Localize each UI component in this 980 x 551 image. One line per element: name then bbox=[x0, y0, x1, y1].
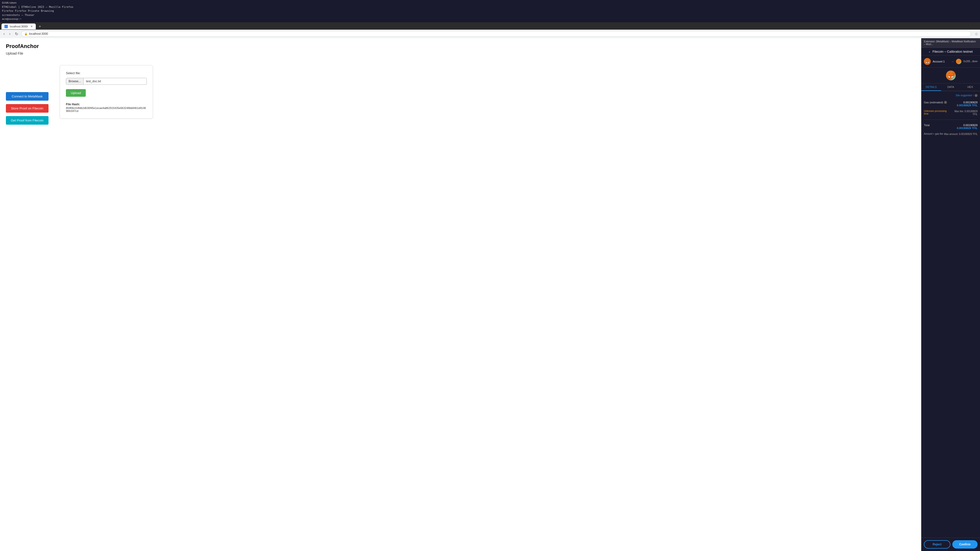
address-bar[interactable]: 🔒 localhost:3000 bbox=[21, 31, 971, 37]
total-value-main: 0.00190829 bbox=[957, 124, 978, 127]
tab-title: localhost:3000/ bbox=[10, 25, 28, 28]
divider bbox=[924, 119, 978, 120]
metamask-account-row: 🦊 Account 1 → 0x289...dbee bbox=[921, 56, 980, 68]
browser-tab[interactable]: localhost:3000/ ✕ bbox=[2, 24, 36, 29]
file-input-row: Browse... test_doc.txt bbox=[66, 78, 147, 85]
metamask-header-bar: Extension: (MetaMask) – MetaMask Notific… bbox=[921, 38, 980, 48]
max-amount-label: Max amount: bbox=[944, 133, 958, 135]
max-amount-values: Max amount: 0.00190829 TFIL bbox=[944, 132, 978, 135]
network-name: Filecoin – Calibration testnet bbox=[932, 50, 973, 53]
metamask-arrow-icon: → bbox=[951, 60, 954, 63]
web-content: ProofAnchor Upload File Select file: Bro… bbox=[0, 38, 921, 551]
processing-row: Unknown processing time Max fee: 0.00190… bbox=[924, 110, 978, 116]
file-hash-section: File Hash: 859f0b154fdb2d630f45e1ecae4a8… bbox=[66, 103, 147, 113]
terminal-line-3: Firefox Firefox Private Browsing bbox=[2, 9, 978, 13]
get-proof-button[interactable]: Get Proof from Filecoin bbox=[6, 116, 49, 125]
metamask-fox-large: 🦊 bbox=[946, 70, 956, 80]
max-fee-value: 0.00190829 TFIL bbox=[964, 110, 978, 116]
max-fee-label: Max fee: bbox=[955, 110, 964, 113]
file-hash-value: 859f0b154fdb2d630f45e1ecae4a862915435e66… bbox=[66, 106, 147, 113]
upload-card: Select file: Browse... test_doc.txt Uplo… bbox=[60, 65, 153, 119]
total-row: Total 0.00190829 0.00190829 TFIL bbox=[924, 124, 978, 130]
gas-value-main: 0.00190829 bbox=[957, 101, 978, 104]
select-file-label: Select file: bbox=[66, 71, 147, 75]
terminal-line-4: screenshots – Thunar bbox=[2, 13, 978, 17]
terminal-line-1: GtkKraken bbox=[2, 1, 978, 5]
upload-button[interactable]: Upload bbox=[66, 89, 86, 97]
metamask-fox-icon: 🦊 bbox=[924, 58, 931, 65]
action-buttons: Connect to MetaMask Store Proof on Filec… bbox=[6, 92, 49, 125]
terminal-bar: GtkKraken ETHGlobal | ETHOnline 2023 – M… bbox=[0, 0, 980, 22]
lock-icon: 🔒 bbox=[24, 32, 28, 35]
metamask-network-title: ● Filecoin – Calibration testnet bbox=[921, 48, 980, 56]
amount-row: Amount + gas fee Max amount: 0.00190829 … bbox=[924, 132, 978, 135]
gas-info-icon[interactable]: i bbox=[944, 101, 947, 104]
max-fee-values: Max fee: 0.00190829 TFIL bbox=[950, 110, 978, 116]
tab-close-button[interactable]: ✕ bbox=[30, 25, 33, 28]
gas-value-bold: 0.00190829 TFIL bbox=[957, 104, 978, 107]
browse-button[interactable]: Browse... bbox=[66, 78, 84, 84]
gas-values: 0.00190829 0.00190829 TFIL bbox=[957, 101, 978, 107]
tab-details[interactable]: DETAILS bbox=[921, 84, 941, 91]
confirm-button[interactable]: Confirm bbox=[952, 540, 978, 549]
gas-label: Gas (estimated) i bbox=[924, 101, 947, 104]
file-hash-label: File Hash: bbox=[66, 103, 147, 106]
bookmark-icon[interactable]: ☆ bbox=[975, 32, 978, 36]
site-suggested-text: Site suggested bbox=[956, 94, 972, 97]
reject-button[interactable]: Reject bbox=[924, 540, 950, 549]
total-label: Total bbox=[924, 124, 929, 127]
metamask-content: Site suggested › i Gas (estimated) i 0.0… bbox=[921, 91, 980, 538]
metamask-address-text: 0x289...dbee bbox=[963, 60, 978, 63]
main-layout: ProofAnchor Upload File Select file: Bro… bbox=[0, 38, 980, 551]
metamask-tabs: DETAILS DATA HEX bbox=[921, 84, 980, 91]
metamask-panel: Extension: (MetaMask) – MetaMask Notific… bbox=[921, 38, 980, 551]
total-value-bold: 0.00190829 TFIL bbox=[957, 127, 978, 130]
new-tab-button[interactable]: + bbox=[37, 23, 43, 30]
tab-bar: localhost:3000/ ✕ + bbox=[0, 22, 980, 30]
unknown-processing-text: Unknown processing time bbox=[924, 110, 950, 115]
metamask-account-name: Account 1 bbox=[933, 60, 949, 63]
info-icon[interactable]: i bbox=[975, 94, 978, 97]
page-title: ProofAnchor bbox=[6, 43, 915, 49]
back-button[interactable]: ‹ bbox=[2, 30, 6, 37]
terminal-line-5: ace@sozoxp:~ bbox=[2, 17, 978, 21]
max-amount-value: 0.00190829 TFIL bbox=[959, 133, 978, 135]
metamask-logo-row: 🦊 bbox=[921, 68, 980, 84]
site-suggested-row: Site suggested › i bbox=[924, 94, 978, 97]
page-subtitle: Upload File bbox=[6, 51, 915, 56]
tab-hex[interactable]: HEX bbox=[960, 84, 980, 91]
tab-favicon bbox=[5, 25, 8, 28]
file-name-display: test_doc.txt bbox=[84, 78, 146, 84]
connect-metamask-button[interactable]: Connect to MetaMask bbox=[6, 92, 49, 101]
store-proof-button[interactable]: Store Proof on Filecoin bbox=[6, 104, 49, 113]
total-values: 0.00190829 0.00190829 TFIL bbox=[957, 124, 978, 130]
forward-button[interactable]: › bbox=[8, 30, 12, 37]
address-text: localhost:3000 bbox=[29, 32, 48, 35]
terminal-line-2: ETHGlobal | ETHOnline 2023 – Mozilla Fir… bbox=[2, 5, 978, 9]
nav-bar: ‹ › ↻ 🔒 localhost:3000 ☆ bbox=[0, 30, 980, 38]
browser-chrome: localhost:3000/ ✕ + ‹ › ↻ 🔒 localhost:30… bbox=[0, 22, 980, 38]
metamask-address-icon bbox=[956, 59, 961, 64]
metamask-buttons: Reject Confirm bbox=[921, 538, 980, 551]
gas-row: Gas (estimated) i 0.00190829 0.00190829 … bbox=[924, 101, 978, 107]
reload-button[interactable]: ↻ bbox=[13, 30, 20, 37]
tab-data[interactable]: DATA bbox=[941, 84, 961, 91]
amount-gas-label: Amount + gas fee bbox=[924, 132, 943, 135]
